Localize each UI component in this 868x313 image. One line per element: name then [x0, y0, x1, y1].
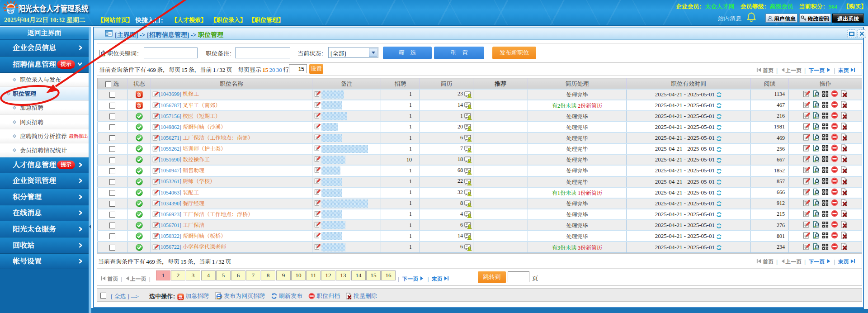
svg-text:YG: YG [7, 9, 14, 14]
